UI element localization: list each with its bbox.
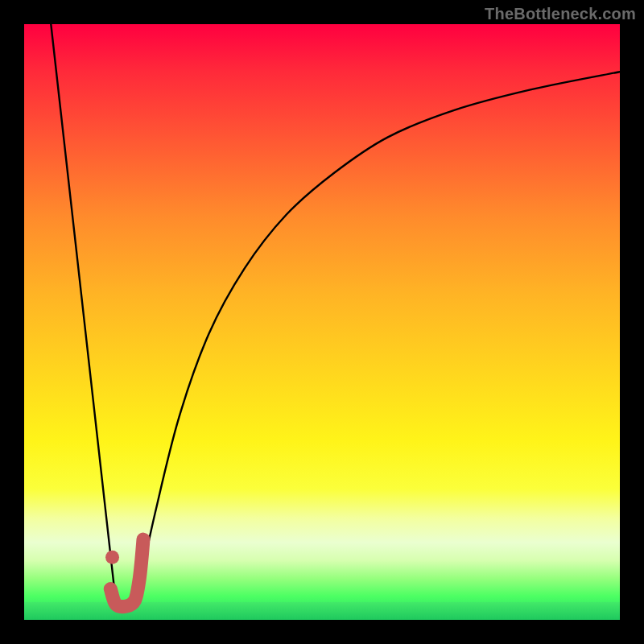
curve-layer [24,24,620,620]
watermark-text: TheBottleneck.com [485,5,636,23]
curve-left-branch [51,24,116,608]
chart-frame: TheBottleneck.com [0,0,644,644]
curve-right-branch [134,72,620,608]
marker-dot [105,551,119,564]
plot-area [24,24,620,620]
marker-j-shape [110,539,143,607]
